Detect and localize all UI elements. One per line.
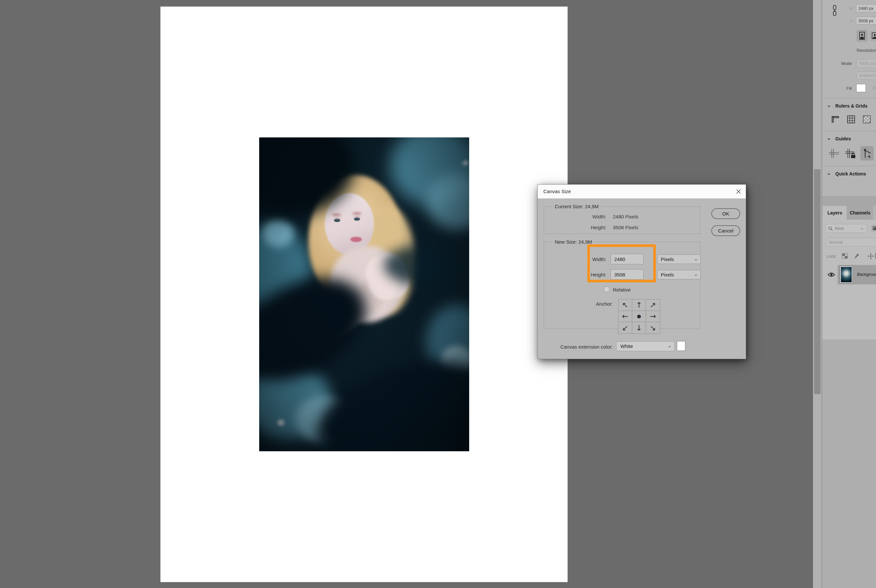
panel-gap: [822, 197, 876, 206]
new-size-group: New Size: 24,9M Width: Pixels Height: Pi…: [544, 239, 700, 329]
smart-guides-icon: [861, 147, 873, 160]
lock-position-icon[interactable]: [867, 253, 874, 260]
quick-actions-section: Quick Actions Image Size: [822, 166, 876, 197]
anchor-bottom-right[interactable]: ↘: [646, 322, 660, 333]
extension-color-select[interactable]: White: [616, 341, 675, 351]
chevron-down-icon: [694, 273, 697, 277]
panel-scrollbar[interactable]: [813, 0, 822, 588]
lock-pixels-brush-icon[interactable]: [854, 253, 859, 259]
fill-value: Background: [870, 84, 876, 92]
tab-channels[interactable]: Channels: [847, 206, 873, 220]
guides-section: Guides: [822, 131, 876, 166]
chevron-down-icon: [861, 227, 864, 231]
smart-guides-button[interactable]: [861, 146, 873, 160]
anchor-center[interactable]: ●: [632, 311, 646, 322]
ok-button[interactable]: OK: [711, 208, 740, 219]
close-icon[interactable]: [736, 189, 741, 194]
fill-label: Fill: [846, 86, 852, 91]
guides-title: Guides: [835, 136, 851, 141]
anchor-top-right[interactable]: ↗: [646, 299, 660, 311]
new-height-input[interactable]: [611, 269, 644, 280]
panel-empty-area: [822, 339, 876, 588]
lock-label: Lock:: [826, 254, 837, 259]
current-size-group: Current Size: 24,9M Width: 2480 Pixels H…: [544, 204, 700, 234]
chevron-down-icon: [668, 345, 671, 348]
doc-height-input[interactable]: [856, 17, 876, 25]
layer-thumbnail[interactable]: [840, 266, 852, 283]
height-unit-select[interactable]: Pixels: [657, 270, 701, 279]
layer-filter-select[interactable]: Kind: [825, 224, 867, 233]
width-unit-select[interactable]: Pixels: [657, 255, 701, 264]
right-panel: W H Resolution Mode RGB Color 8 Bits/Cha…: [822, 0, 876, 588]
current-size-legend: Current Size: 24,9M: [553, 204, 601, 209]
extension-color-value: White: [621, 344, 633, 349]
filter-type-icon[interactable]: [871, 225, 876, 231]
orientation-landscape-button[interactable]: [870, 31, 876, 40]
document-page: [161, 6, 568, 582]
doc-width-input[interactable]: [856, 4, 876, 12]
current-height-value: 3508 Pixels: [613, 225, 639, 230]
blend-mode-select[interactable]: Normal: [825, 238, 876, 247]
guides-icon[interactable]: [828, 148, 840, 159]
orientation-portrait-button[interactable]: [857, 30, 867, 41]
lock-transparency-icon[interactable]: [842, 253, 848, 259]
lock-row: Lock:: [822, 251, 876, 262]
link-dimensions-icon[interactable]: [832, 4, 837, 17]
dialog-title: Canvas Size: [543, 189, 571, 194]
mode-select[interactable]: RGB Color: [856, 59, 876, 68]
chevron-down-icon[interactable]: [827, 172, 831, 176]
layer-row-background[interactable]: Background: [822, 265, 876, 284]
grid-icon[interactable]: [846, 115, 856, 124]
current-height-label: Height:: [544, 225, 606, 230]
current-width-value: 2480 Pixels: [613, 214, 639, 219]
quick-actions-title: Quick Actions: [835, 171, 866, 176]
dialog-titlebar[interactable]: Canvas Size: [538, 184, 746, 198]
chevron-down-icon[interactable]: [827, 104, 831, 108]
new-size-legend: New Size: 24,9M: [553, 239, 594, 244]
anchor-grid: ↖ ↑ ↗ ← ● → ↙ ↓ ↘: [618, 299, 660, 334]
bit-depth-select[interactable]: 8 Bits/Channel: [856, 72, 876, 80]
height-unit-value: Pixels: [661, 272, 674, 278]
fill-swatch[interactable]: [856, 84, 866, 92]
rulers-grids-title: Rulers & Grids: [835, 103, 867, 108]
filter-kind-label: Kind: [835, 224, 843, 232]
new-width-input[interactable]: [611, 254, 644, 264]
anchor-bottom[interactable]: ↓: [632, 322, 646, 333]
width-unit-value: Pixels: [661, 256, 674, 262]
scrollbar-thumb[interactable]: [814, 169, 820, 394]
layer-name: Background: [857, 272, 876, 277]
layers-panel: Layers Channels Kind Normal Lock:: [822, 206, 876, 339]
rulers-grids-section: Rulers & Grids: [822, 98, 876, 131]
chevron-down-icon: [694, 258, 697, 261]
anchor-label: Anchor:: [570, 301, 613, 307]
properties-section: W H Resolution Mode RGB Color 8 Bits/Cha…: [822, 0, 876, 98]
layers-tabstrip: Layers Channels: [822, 206, 876, 220]
lock-guides-icon[interactable]: [844, 148, 856, 159]
photo-artwork: [259, 137, 469, 451]
extension-color-label: Canvas extension color:: [547, 344, 613, 350]
extension-color-swatch[interactable]: [677, 341, 685, 351]
resolution-label: Resolution: [856, 48, 876, 53]
transparency-checker-icon[interactable]: [862, 115, 871, 124]
new-width-label: Width:: [563, 256, 606, 262]
relative-checkbox[interactable]: [604, 286, 609, 292]
cancel-button[interactable]: Cancel: [711, 225, 740, 236]
anchor-left[interactable]: ←: [618, 311, 632, 322]
anchor-bottom-left[interactable]: ↙: [618, 322, 632, 333]
current-width-label: Width:: [544, 214, 606, 219]
anchor-top[interactable]: ↑: [632, 299, 646, 311]
chevron-down-icon[interactable]: [827, 137, 831, 141]
mode-label: Mode: [841, 61, 852, 66]
width-label: W: [845, 6, 853, 11]
visibility-eye-icon[interactable]: [828, 272, 835, 278]
height-label: H: [845, 18, 853, 23]
new-height-label: Height:: [563, 272, 606, 278]
canvas-size-dialog: Canvas Size Current Size: 24,9M Width: 2…: [537, 184, 746, 359]
search-icon: [828, 226, 833, 231]
anchor-right[interactable]: →: [646, 311, 660, 322]
tab-layers[interactable]: Layers: [823, 206, 847, 220]
rulers-icon[interactable]: [830, 115, 840, 124]
anchor-top-left[interactable]: ↖: [618, 299, 632, 311]
relative-label: Relative: [613, 287, 631, 292]
